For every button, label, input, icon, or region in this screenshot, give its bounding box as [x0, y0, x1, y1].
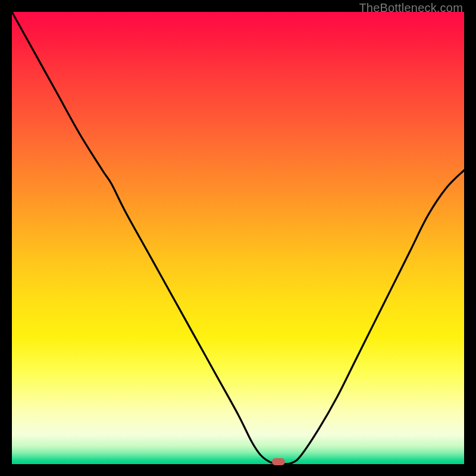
minimum-marker	[272, 458, 285, 465]
chart-frame: TheBottleneck.com	[0, 0, 476, 476]
plot-area	[12, 12, 464, 464]
bottleneck-curve	[12, 12, 464, 464]
